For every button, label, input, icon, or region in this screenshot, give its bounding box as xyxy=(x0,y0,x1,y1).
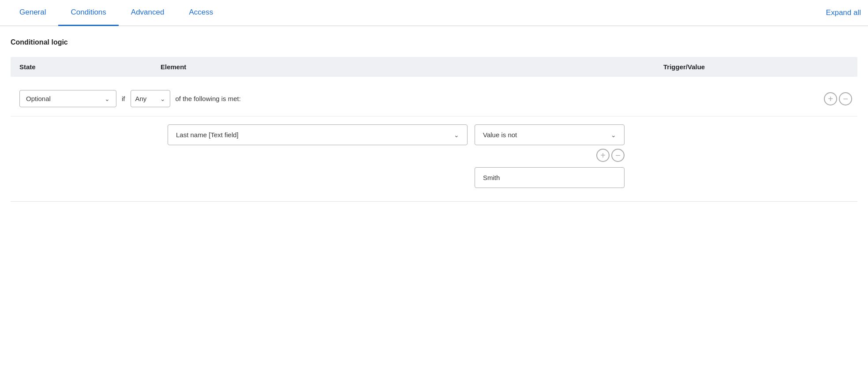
bottom-divider xyxy=(11,201,857,202)
state-select[interactable]: Optional ⌄ xyxy=(19,90,116,107)
trigger-col: Value is not ⌄ + − xyxy=(475,124,625,188)
element-select-value: Last name [Text field] xyxy=(176,131,239,139)
col-header-actions xyxy=(813,63,849,71)
trigger-select-value: Value is not xyxy=(483,131,517,139)
any-select[interactable]: Any ⌄ xyxy=(131,90,170,107)
add-sub-condition-button[interactable]: + xyxy=(596,149,610,162)
add-remove-icons: + − xyxy=(824,92,857,105)
state-chevron-icon: ⌄ xyxy=(105,95,110,102)
tab-conditions[interactable]: Conditions xyxy=(58,0,118,26)
if-label: if xyxy=(122,95,125,102)
col-header-trigger: Trigger/Value xyxy=(663,63,813,71)
tab-general[interactable]: General xyxy=(7,0,58,26)
element-chevron-icon: ⌄ xyxy=(454,131,459,139)
following-label: of the following is met: xyxy=(176,95,819,102)
element-select[interactable]: Last name [Text field] ⌄ xyxy=(168,124,468,145)
remove-condition-button[interactable]: − xyxy=(839,92,852,105)
any-chevron-icon: ⌄ xyxy=(160,95,165,102)
remove-sub-condition-button[interactable]: − xyxy=(611,149,625,162)
sub-condition-row: Last name [Text field] ⌄ Value is not ⌄ … xyxy=(11,116,857,196)
tabs-bar: General Conditions Advanced Access Expan… xyxy=(0,0,868,26)
any-select-value: Any xyxy=(135,95,147,102)
condition-row: Optional ⌄ if Any ⌄ of the following is … xyxy=(11,86,857,116)
expand-all-button[interactable]: Expand all xyxy=(826,0,861,25)
state-select-value: Optional xyxy=(26,95,51,102)
trigger-select[interactable]: Value is not ⌄ xyxy=(475,124,625,145)
value-input[interactable] xyxy=(475,167,625,188)
trigger-chevron-icon: ⌄ xyxy=(611,131,616,139)
tab-access[interactable]: Access xyxy=(176,0,225,26)
col-header-state: State xyxy=(19,63,161,71)
main-content: Conditional logic State Element Trigger/… xyxy=(0,26,868,214)
section-title: Conditional logic xyxy=(11,38,857,46)
add-condition-button[interactable]: + xyxy=(824,92,837,105)
sub-add-remove: + − xyxy=(596,149,625,164)
col-header-element: Element xyxy=(161,63,663,71)
tab-advanced[interactable]: Advanced xyxy=(119,0,177,26)
table-header: State Element Trigger/Value xyxy=(11,57,857,77)
